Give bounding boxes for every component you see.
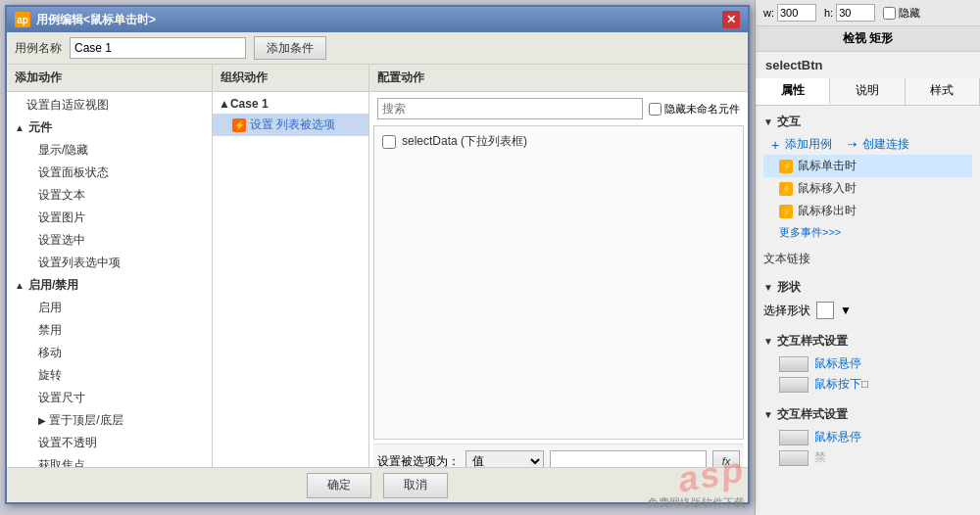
shape-box[interactable] (816, 302, 834, 319)
tab-description[interactable]: 说明 (830, 78, 905, 105)
dialog: ap 用例编辑<鼠标单击时> ✕ 用例名称 添加条件 添加动作 设置自适应视图 … (5, 5, 750, 504)
shape-section: ▼ 形状 选择形状 ▼ (756, 271, 980, 325)
configure-column: 配置动作 隐藏未命名元件 selectData (下拉列表框) (369, 65, 748, 482)
height-label: h: (824, 4, 875, 22)
dialog-toolbar: 用例名称 添加条件 (7, 32, 748, 65)
interaction-arrow: ▼ (763, 117, 773, 127)
case-name-input[interactable] (70, 37, 246, 59)
shape-header[interactable]: ▼ 形状 (763, 275, 972, 300)
event-icon-out: ⚡ (779, 205, 793, 218)
add-action-header: 添加动作 (7, 65, 212, 92)
event-mouseover[interactable]: ⚡ 鼠标移入时 (763, 177, 972, 200)
tree-item-enable[interactable]: 启用 (7, 297, 212, 319)
tree-item-panel[interactable]: 设置面板状态 (7, 162, 212, 184)
cancel-button[interactable]: 取消 (383, 473, 448, 498)
add-action-column: 添加动作 设置自适应视图 ▲ 元件 显示/隐藏 设置面板状态 设置文本 设置图片… (7, 65, 213, 482)
tree-item-show-hide[interactable]: 显示/隐藏 (7, 139, 212, 162)
shape-dropdown-icon[interactable]: ▼ (840, 304, 852, 317)
confirm-button[interactable]: 确定 (307, 473, 371, 498)
style-section-1: ▼ 交互样式设置 鼠标悬停 鼠标按下□ (756, 325, 980, 398)
style-section-2: ▼ 交互样式设置 鼠标悬停 禁 (756, 398, 980, 472)
more-events[interactable]: 更多事件>>> (763, 222, 972, 243)
organize-tree: ▲ Case 1 ⚡ 设置 列表被选项 (213, 92, 368, 482)
tree-item-layer[interactable]: ▶ 置于顶层/底层 (7, 409, 212, 432)
tree-item-setsize[interactable]: 设置尺寸 (7, 387, 212, 409)
close-button[interactable]: ✕ (722, 11, 740, 28)
style-preview-hover-2 (779, 430, 808, 445)
style-header-2[interactable]: ▼ 交互样式设置 (763, 402, 972, 427)
style-arrow-1: ▼ (763, 336, 773, 347)
style-disabled[interactable]: 禁 (763, 447, 972, 468)
event-icon-click: ⚡ (779, 160, 793, 173)
add-case-row[interactable]: + 添加用例 ⇢ 创建连接 (763, 134, 972, 155)
shape-arrow: ▼ (763, 282, 773, 293)
interaction-section: ▼ 交互 + 添加用例 ⇢ 创建连接 ⚡ 鼠标单击时 ⚡ 鼠标移入时 ⚡ 鼠标移… (756, 106, 980, 247)
hide-unnamed-label[interactable]: 隐藏未命名元件 (649, 102, 740, 117)
add-action-tree: 设置自适应视图 ▲ 元件 显示/隐藏 设置面板状态 设置文本 设置图片 设置选中… (7, 92, 212, 482)
org-action-item[interactable]: ⚡ 设置 列表被选项 (213, 114, 368, 136)
event-icon-over: ⚡ (779, 182, 793, 196)
style-arrow-2: ▼ (763, 409, 773, 420)
plus-icon: + (771, 137, 779, 153)
hide-checkbox[interactable] (883, 7, 896, 20)
expand-element-icon: ▲ (15, 122, 24, 133)
organize-header: 组织动作 (213, 65, 368, 92)
tree-item-move[interactable]: 移动 (7, 342, 212, 364)
organize-column: 组织动作 ▲ Case 1 ⚡ 设置 列表被选项 (213, 65, 369, 482)
style-preview-disabled (779, 450, 808, 466)
style-hover[interactable]: 鼠标悬停 (763, 353, 972, 374)
configure-toolbar: 隐藏未命名元件 (373, 96, 744, 121)
tree-item-opacity[interactable]: 设置不透明 (7, 432, 212, 454)
add-condition-button[interactable]: 添加条件 (254, 36, 326, 60)
right-panel: w: h: 隐藏 检视 矩形 selectBtn 属性 说明 样式 ▼ 交互 +… (755, 0, 980, 515)
comp-checkbox-selectdata[interactable] (382, 135, 396, 149)
tab-property[interactable]: 属性 (756, 78, 830, 105)
link-icon: ⇢ (848, 138, 857, 151)
comp-item-selectdata[interactable]: selectData (下拉列表框) (378, 130, 739, 153)
dialog-body: 添加动作 设置自适应视图 ▲ 元件 显示/隐藏 设置面板状态 设置文本 设置图片… (7, 65, 748, 482)
event-mouseout[interactable]: ⚡ 鼠标移出时 (763, 200, 972, 222)
configure-header: 配置动作 (369, 65, 748, 92)
style-header-1[interactable]: ▼ 交互样式设置 (763, 329, 972, 353)
right-top-bar: w: h: 隐藏 (756, 0, 980, 26)
tab-style[interactable]: 样式 (906, 78, 980, 105)
shape-select-row: 选择形状 ▼ (763, 300, 972, 321)
tree-item-settext[interactable]: 设置文本 (7, 184, 212, 207)
component-list: selectData (下拉列表框) (373, 125, 744, 440)
configure-body: 隐藏未命名元件 selectData (下拉列表框) 设置被选项为： 值 (369, 92, 748, 482)
width-input[interactable] (777, 4, 816, 22)
case-name-label: 用例名称 (15, 40, 62, 57)
event-click[interactable]: ⚡ 鼠标单击时 (763, 155, 972, 177)
config-search-input[interactable] (377, 98, 643, 119)
tree-item-disable[interactable]: 禁用 (7, 319, 212, 342)
text-link-section: 文本链接 (756, 247, 980, 271)
hide-unnamed-checkbox[interactable] (649, 103, 662, 116)
tree-item-setlistselected[interactable]: 设置列表选中项 (7, 252, 212, 274)
property-tabs: 属性 说明 样式 (756, 78, 980, 106)
dialog-icon: ap (15, 12, 30, 27)
tree-group-element[interactable]: ▲ 元件 (7, 117, 212, 139)
style-hover-2[interactable]: 鼠标悬停 (763, 427, 972, 447)
style-preview-press (779, 377, 808, 393)
height-input[interactable] (836, 4, 875, 22)
interaction-header[interactable]: ▼ 交互 (763, 110, 972, 134)
hide-checkbox-label[interactable]: 隐藏 (883, 6, 920, 21)
tree-item-setselected[interactable]: 设置选中 (7, 229, 212, 252)
style-press[interactable]: 鼠标按下□ (763, 374, 972, 395)
tree-group-enabledisable[interactable]: ▲ 启用/禁用 (7, 274, 212, 297)
dialog-footer: 确定 取消 (7, 467, 748, 502)
inspect-title: 检视 矩形 (756, 26, 980, 52)
component-name: selectBtn (756, 52, 980, 78)
titlebar-left: ap 用例编辑<鼠标单击时> (15, 12, 156, 28)
tree-item-setimage[interactable]: 设置图片 (7, 207, 212, 229)
dialog-titlebar: ap 用例编辑<鼠标单击时> ✕ (7, 7, 748, 32)
dialog-title: 用例编辑<鼠标单击时> (36, 12, 156, 28)
expand-enable-icon: ▲ (15, 280, 24, 291)
tree-item-adaptive[interactable]: 设置自适应视图 (7, 94, 212, 117)
org-group-case1[interactable]: ▲ Case 1 (213, 94, 368, 114)
tree-item-rotate[interactable]: 旋转 (7, 364, 212, 387)
width-label: w: (763, 4, 816, 22)
org-expand-icon: ▲ (219, 97, 230, 111)
action-item-icon: ⚡ (232, 118, 246, 132)
style-preview-hover (779, 356, 808, 372)
